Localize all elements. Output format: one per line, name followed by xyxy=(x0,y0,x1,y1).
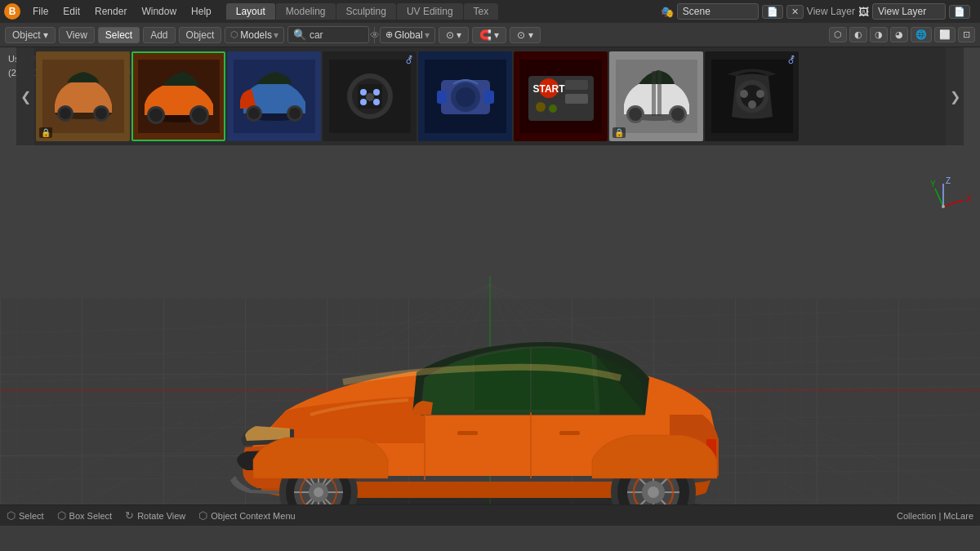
viewport-shading-1[interactable]: ⬡ xyxy=(829,27,847,42)
svg-rect-101 xyxy=(565,94,588,104)
tab-uv-editing[interactable]: UV Editing xyxy=(397,3,463,20)
object-menu-btn[interactable]: Object xyxy=(179,27,222,43)
svg-point-86 xyxy=(373,89,380,96)
view-menu-btn[interactable]: View xyxy=(59,27,95,43)
asset-thumb-7[interactable]: 🔒 xyxy=(609,51,703,141)
tab-layout[interactable]: Layout xyxy=(226,3,275,20)
svg-point-103 xyxy=(549,104,557,113)
svg-rect-111 xyxy=(657,71,662,116)
view-layer-input[interactable] xyxy=(872,3,946,20)
new-scene-btn[interactable]: 📄 xyxy=(762,5,783,19)
rotate-icon: ↻ xyxy=(125,509,134,522)
asset-thumb-4[interactable]: ⚦ xyxy=(323,51,416,141)
viewport-overlays[interactable]: ⬜ xyxy=(934,27,956,42)
asset-thumb-3[interactable] xyxy=(227,51,321,141)
xray-toggle[interactable]: ⊡ xyxy=(958,27,975,42)
asset-thumb-2[interactable] xyxy=(131,51,225,141)
svg-point-72 xyxy=(149,109,163,122)
svg-text:X: X xyxy=(966,194,972,203)
thumb-gender-8: ⚦ xyxy=(787,55,795,66)
svg-point-74 xyxy=(192,108,207,122)
status-box-select[interactable]: ⬡ Box Select xyxy=(57,509,113,522)
view-layer-icon: 🖼 xyxy=(858,6,869,18)
viewport-shading-2[interactable]: ◐ xyxy=(849,27,867,42)
scene-icon: 🎭 xyxy=(661,6,674,18)
proportional-btn[interactable]: ⊙ ▾ xyxy=(510,27,540,43)
view-layer-label: View Layer xyxy=(807,6,855,17)
strip-left-arrow[interactable]: ❮ xyxy=(16,47,34,145)
svg-point-117 xyxy=(748,100,756,109)
svg-point-102 xyxy=(536,102,546,112)
context-menu-icon: ⬡ xyxy=(198,509,207,522)
svg-point-80 xyxy=(289,108,301,119)
mode-selector[interactable]: Object ▾ xyxy=(5,27,56,43)
viewport-gizmos[interactable]: 🌐 xyxy=(911,27,932,42)
scene-name-input[interactable] xyxy=(677,3,759,20)
top-menu-bar: B File Edit Render Window Help Layout Mo… xyxy=(0,0,980,23)
svg-point-115 xyxy=(740,90,748,98)
close-scene-btn[interactable]: ✕ xyxy=(786,5,804,19)
pivot-btn[interactable]: ⊙ ▾ xyxy=(439,27,469,43)
menu-edit[interactable]: Edit xyxy=(56,4,87,19)
divider-1 xyxy=(374,27,375,43)
asset-thumbnails: 🔒 xyxy=(34,47,946,145)
svg-point-116 xyxy=(756,90,764,98)
tab-modeling[interactable]: Modeling xyxy=(276,3,336,20)
box-select-icon: ⬡ xyxy=(57,509,66,522)
menu-help[interactable]: Help xyxy=(185,4,218,19)
asset-thumb-5[interactable] xyxy=(418,51,512,141)
svg-text:Y: Y xyxy=(930,180,936,189)
select-mouse-icon: ⬡ xyxy=(7,509,16,522)
tab-sculpting[interactable]: Sculpting xyxy=(336,3,396,20)
asset-thumb-1[interactable]: 🔒 xyxy=(36,51,130,141)
thumb-lock-7: 🔒 xyxy=(612,127,626,138)
add-menu-btn[interactable]: Add xyxy=(143,27,175,43)
svg-point-109 xyxy=(671,108,684,121)
viewport-shading-3[interactable]: ◑ xyxy=(870,27,888,42)
thumb-lock-1: 🔒 xyxy=(39,127,52,138)
new-layer-btn[interactable]: 📄 xyxy=(949,5,970,19)
asset-strip: ❮ 🔒 xyxy=(16,47,964,145)
svg-rect-100 xyxy=(565,80,588,90)
svg-point-66 xyxy=(60,108,71,119)
asset-thumb-6[interactable]: START xyxy=(514,51,608,141)
search-icon: 🔍 xyxy=(293,29,306,41)
menu-render[interactable]: Render xyxy=(88,4,133,19)
svg-rect-110 xyxy=(652,71,656,116)
svg-text:Z: Z xyxy=(946,176,951,185)
svg-rect-95 xyxy=(484,91,494,104)
collection-selector[interactable]: ⬡ Models ▾ xyxy=(225,27,284,43)
select-menu-btn[interactable]: Select xyxy=(98,27,140,43)
svg-point-93 xyxy=(456,87,475,107)
transform-orient[interactable]: ⊕ Global ▾ xyxy=(380,27,435,43)
svg-point-78 xyxy=(248,108,260,119)
svg-rect-61 xyxy=(457,431,478,435)
menu-window[interactable]: Window xyxy=(135,4,183,19)
svg-point-68 xyxy=(96,108,107,119)
hide-icon: 👁 xyxy=(370,29,380,41)
tab-tex[interactable]: Tex xyxy=(464,3,499,20)
status-bar: ⬡ Select ⬡ Box Select ↻ Rotate View ⬡ Ob… xyxy=(0,504,980,526)
status-rotate[interactable]: ↻ Rotate View xyxy=(125,509,185,522)
strip-right-arrow[interactable]: ❯ xyxy=(946,47,964,145)
status-select[interactable]: ⬡ Select xyxy=(7,509,44,522)
svg-point-89 xyxy=(366,93,374,101)
status-context-menu[interactable]: ⬡ Object Context Menu xyxy=(198,509,295,522)
svg-rect-62 xyxy=(559,431,580,435)
viewport[interactable]: X Y Z xyxy=(0,47,980,504)
workspace-tabs: Layout Modeling Sculpting UV Editing Tex xyxy=(226,3,499,20)
svg-point-88 xyxy=(373,99,380,105)
blender-logo[interactable]: B xyxy=(3,2,21,20)
svg-point-87 xyxy=(360,99,367,105)
search-input[interactable] xyxy=(310,29,367,41)
svg-point-85 xyxy=(360,89,367,96)
svg-point-107 xyxy=(629,108,642,121)
status-collection: Collection | McLare xyxy=(897,511,973,521)
menu-file[interactable]: File xyxy=(26,4,55,19)
asset-thumb-8[interactable]: ⚦ xyxy=(705,51,799,141)
svg-point-34 xyxy=(942,205,945,208)
snap-btn[interactable]: 🧲 ▾ xyxy=(472,27,506,43)
viewport-shading-4[interactable]: ◕ xyxy=(890,27,908,42)
thumb-gender-4: ⚦ xyxy=(405,55,413,66)
toolbar-row: Object ▾ View Select Add Object ⬡ Models… xyxy=(0,23,980,47)
